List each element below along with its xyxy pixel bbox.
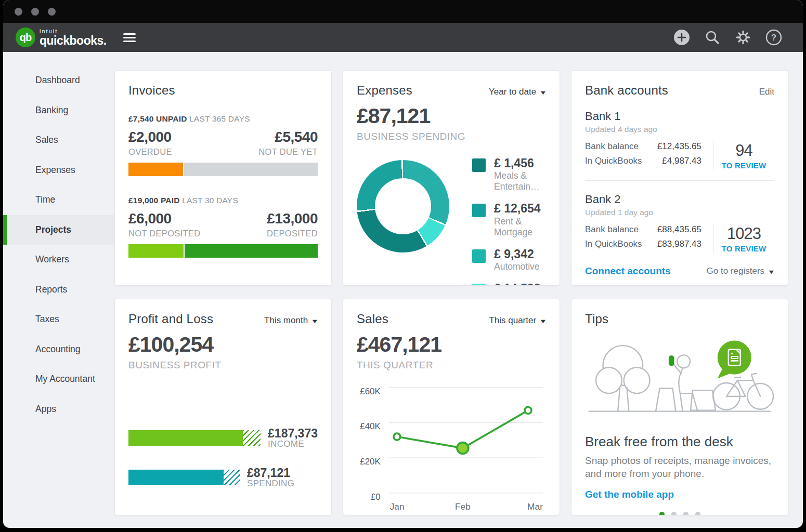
expenses-total: £87,121 <box>357 104 546 128</box>
svg-text:Mar: Mar <box>527 501 543 512</box>
invoices-card: Invoices £7,540 UNPAID LAST 365 DAYS £2,… <box>114 70 332 286</box>
sales-period-dropdown[interactable]: This quarter▼ <box>489 315 546 326</box>
legend-item: £ 12,654Rent & Mortgage <box>472 202 546 237</box>
sidebar-item-dashboard[interactable]: Dashboard <box>3 65 114 96</box>
bank-name: Bank 1 <box>585 110 774 123</box>
legend-item: £ 9,342Automotive <box>472 248 546 272</box>
paid-bar-chart[interactable] <box>128 244 318 258</box>
bank-account-block: Bank 2 Updated 1 day ago Bank balance£88… <box>585 193 774 253</box>
bank-accounts-title: Bank accounts <box>585 83 668 98</box>
expenses-card: Expenses Year to date▼ £87,121 BUSINESS … <box>343 70 560 286</box>
divider <box>585 180 774 181</box>
bank-updated: Updated 1 day ago <box>585 208 774 217</box>
legend-swatch <box>472 204 486 217</box>
expenses-period-dropdown[interactable]: Year to date▼ <box>489 87 546 97</box>
search-icon[interactable] <box>704 29 721 46</box>
legend-swatch <box>472 284 486 286</box>
chevron-down-icon: ▼ <box>539 89 547 96</box>
tips-title: Tips <box>585 312 608 326</box>
not-deposited-label: NOT DEPOSITED <box>128 229 200 238</box>
svg-text:Feb: Feb <box>455 501 471 512</box>
profit-loss-period-dropdown[interactable]: This month▼ <box>264 315 318 326</box>
sales-line-chart[interactable]: £60K£40K£20K£0JanFebMar <box>357 380 546 515</box>
settings-gear-icon[interactable] <box>735 29 751 46</box>
profit-loss-card: Profit and Loss This month▼ £100,254 BUS… <box>114 299 332 515</box>
profit-subtitle: BUSINESS PROFIT <box>128 360 318 371</box>
sales-card: Sales This quarter▼ £467,121 THIS QUARTE… <box>343 299 560 515</box>
unpaid-summary: £7,540 UNPAID LAST 365 DAYS <box>128 114 318 124</box>
expenses-legend: £ 1,456Meals & Entertain… £ 12,654Rent &… <box>472 157 546 286</box>
profit-loss-title: Profit and Loss <box>128 312 213 326</box>
deposited-bar-segment <box>185 244 318 258</box>
not-due-bar-segment <box>184 163 318 176</box>
pagination-dot[interactable] <box>659 512 665 515</box>
tips-card: Tips <box>571 299 788 515</box>
window-minimize-button[interactable] <box>31 8 39 16</box>
svg-text:£20K: £20K <box>360 457 381 467</box>
svg-text:Jan: Jan <box>390 501 405 512</box>
sidebar-item-time[interactable]: Time <box>3 185 114 215</box>
expenses-title: Expenses <box>357 83 412 98</box>
pagination-dot[interactable] <box>683 512 688 515</box>
deposited-label: DEPOSITED <box>267 229 318 238</box>
bank-name: Bank 2 <box>585 193 774 206</box>
tips-pagination <box>585 512 774 515</box>
sidebar-item-workers[interactable]: Workers <box>3 245 114 275</box>
sidebar-item-banking[interactable]: Banking <box>3 96 114 126</box>
connect-accounts-link[interactable]: Connect accounts <box>585 265 671 277</box>
sidebar-item-reports[interactable]: Reports <box>3 275 114 305</box>
expenses-subtitle: BUSINESS SPENDING <box>357 131 546 142</box>
chevron-down-icon: ▼ <box>539 318 547 324</box>
pagination-dot[interactable] <box>671 512 677 515</box>
sidebar-item-apps[interactable]: Apps <box>3 394 114 424</box>
bank-account-block: Bank 1 Updated 4 days ago Bank balance£1… <box>585 110 774 170</box>
help-icon[interactable]: ? <box>765 29 782 46</box>
brand-quickbooks-label: quickbooks. <box>40 34 107 47</box>
tips-heading: Break free from the desk <box>585 434 774 450</box>
edit-link[interactable]: Edit <box>759 87 774 97</box>
not-deposited-bar-segment <box>128 244 184 258</box>
window-zoom-button[interactable] <box>48 8 56 16</box>
unpaid-bar-chart[interactable] <box>128 163 318 176</box>
chevron-down-icon: ▼ <box>311 318 319 324</box>
quickbooks-logo: qb intuit quickbooks. <box>16 28 107 47</box>
menu-hamburger-icon[interactable] <box>123 31 136 44</box>
legend-item: £ 14,598Travel Expenses <box>472 282 546 286</box>
window-titlebar <box>3 0 803 23</box>
pagination-dot[interactable] <box>695 512 700 515</box>
to-review-badge[interactable]: 94 TO REVIEW <box>713 141 774 170</box>
paid-summary: £19,000 PAID LAST 30 DAYS <box>128 196 318 205</box>
legend-item: £ 1,456Meals & Entertain… <box>472 157 546 192</box>
receipt-speech-bubble <box>718 341 751 379</box>
bank-updated: Updated 4 days ago <box>585 125 774 134</box>
expenses-donut-chart[interactable] <box>357 160 449 252</box>
overdue-label: OVERDUE <box>128 147 172 157</box>
sidebar-item-taxes[interactable]: Taxes <box>3 304 114 335</box>
not-due-label: NOT DUE YET <box>258 147 318 157</box>
spending-bar-row[interactable]: £87,121SPENDING <box>128 467 318 488</box>
sales-total: £467,121 <box>357 332 546 357</box>
sidebar-item-expenses[interactable]: Expenses <box>3 155 114 185</box>
svg-text:£60K: £60K <box>360 387 381 396</box>
to-review-badge[interactable]: 1023 TO REVIEW <box>713 224 774 253</box>
overdue-amount: £2,000 <box>128 129 172 145</box>
sidebar-item-projects[interactable]: Projects <box>3 215 114 245</box>
profit-loss-bar-chart: £187,373INCOME £87,121SPENDING <box>128 427 318 488</box>
not-deposited-amount: £6,000 <box>128 210 172 227</box>
svg-text:?: ? <box>771 33 776 43</box>
window-close-button[interactable] <box>15 8 22 16</box>
sidebar-item-my-accountant[interactable]: My Accountant <box>3 364 114 394</box>
app-header: qb intuit quickbooks. <box>3 23 803 52</box>
sales-subtitle: THIS QUARTER <box>357 360 546 371</box>
sidebar-item-sales[interactable]: Sales <box>3 125 114 155</box>
svg-text:£0: £0 <box>371 492 381 502</box>
profit-total: £100,254 <box>128 332 318 357</box>
income-bar-row[interactable]: £187,373INCOME <box>128 427 318 449</box>
get-mobile-app-link[interactable]: Get the mobile app <box>585 489 774 500</box>
go-to-registers-dropdown[interactable]: Go to registers▼ <box>707 266 774 276</box>
qb-logo-icon: qb <box>16 28 35 47</box>
sales-title: Sales <box>357 312 388 326</box>
create-plus-icon[interactable] <box>673 29 690 46</box>
sidebar-item-accounting[interactable]: Accounting <box>3 335 114 365</box>
not-due-amount: £5,540 <box>275 129 318 145</box>
